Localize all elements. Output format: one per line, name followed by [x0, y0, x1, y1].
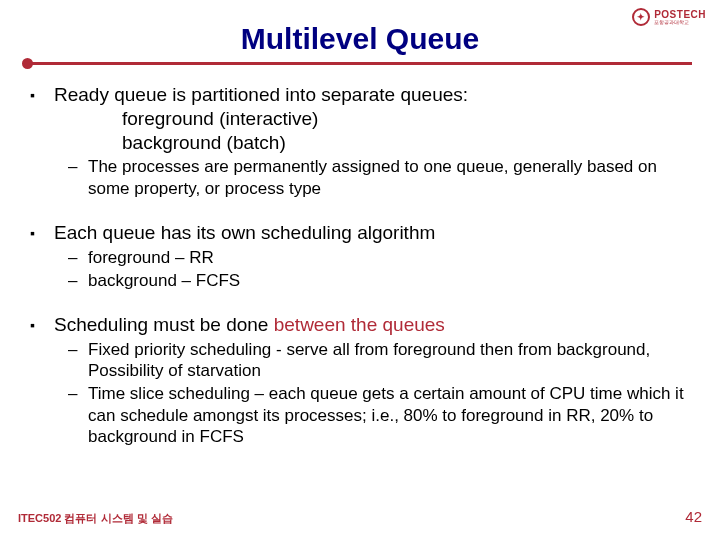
logo-text: POSTECH 포항공과대학교 [654, 10, 706, 25]
title-rule [28, 62, 692, 65]
logo-sub: 포항공과대학교 [654, 20, 706, 25]
sub-bullet-item: – Time slice scheduling – each queue get… [68, 383, 692, 447]
logo-main: POSTECH [654, 10, 706, 20]
sub-bullet-text: Time slice scheduling – each queue gets … [88, 383, 692, 447]
bullet-item: ▪ Each queue has its own scheduling algo… [30, 221, 692, 245]
sub-bullet-item: – background – FCFS [68, 270, 692, 291]
bullet-text: Each queue has its own scheduling algori… [54, 221, 692, 245]
logo-icon: ✦ [632, 8, 650, 26]
square-icon: ▪ [30, 221, 54, 245]
footer-course: ITEC502 컴퓨터 시스템 및 실습 [18, 511, 173, 526]
page-title: Multilevel Queue [28, 22, 692, 56]
sub-bullet-item: – foreground – RR [68, 247, 692, 268]
sub-bullet-item: – Fixed priority scheduling - serve all … [68, 339, 692, 382]
sub-bullet-text: Fixed priority scheduling - serve all fr… [88, 339, 692, 382]
dash-icon: – [68, 339, 88, 382]
dash-icon: – [68, 270, 88, 291]
footer: ITEC502 컴퓨터 시스템 및 실습 42 [18, 508, 702, 526]
bullet-item: ▪ Ready queue is partitioned into separa… [30, 83, 692, 154]
logo: ✦ POSTECH 포항공과대학교 [632, 8, 706, 26]
text: Scheduling must be done [54, 314, 274, 335]
text: Ready queue is partitioned into separate… [54, 84, 468, 105]
sub-bullet-item: – The processes are permanently assigned… [68, 156, 692, 199]
bullet-text: Scheduling must be done between the queu… [54, 313, 692, 337]
spacer [30, 291, 692, 307]
square-icon: ▪ [30, 83, 54, 154]
bullet-text: Ready queue is partitioned into separate… [54, 83, 692, 154]
content: ▪ Ready queue is partitioned into separa… [28, 83, 692, 447]
bullet-item: ▪ Scheduling must be done between the qu… [30, 313, 692, 337]
page-number: 42 [685, 508, 702, 525]
text-line: foreground (interactive) [122, 107, 692, 131]
accent-text: between the queues [274, 314, 445, 335]
spacer [30, 199, 692, 215]
slide: ✦ POSTECH 포항공과대학교 Multilevel Queue ▪ Rea… [0, 0, 720, 540]
dash-icon: – [68, 383, 88, 447]
text-line: background (batch) [122, 131, 692, 155]
sub-bullet-text: foreground – RR [88, 247, 692, 268]
dash-icon: – [68, 156, 88, 199]
sub-bullet-text: background – FCFS [88, 270, 692, 291]
dash-icon: – [68, 247, 88, 268]
square-icon: ▪ [30, 313, 54, 337]
sub-bullet-text: The processes are permanently assigned t… [88, 156, 692, 199]
